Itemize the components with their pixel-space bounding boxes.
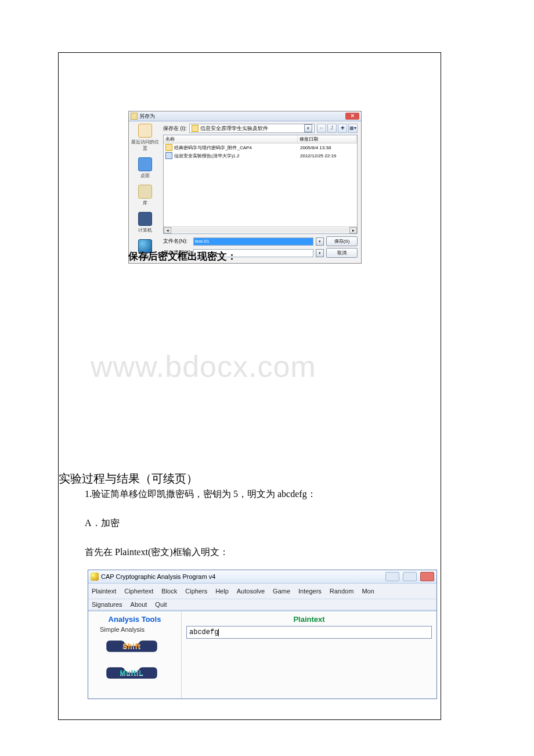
menu-plaintext[interactable]: Plaintext — [92, 588, 116, 595]
list-item[interactable]: 经典密码学与现代密码学_附件_CAP4 2005/8/4 13:38 — [164, 143, 357, 152]
cap-app-icon — [91, 573, 99, 581]
paragraph-1-body: 验证简单移位即凯撒密码，密钥为 5，明文为 abcdefg： — [92, 489, 316, 499]
menu-mon[interactable]: Mon — [362, 588, 374, 595]
close-icon[interactable] — [420, 572, 434, 581]
place-label: 桌面 — [140, 172, 150, 179]
filename-label: 文件名(N): — [163, 237, 191, 245]
file-date: 2012/12/25 22:19 — [300, 153, 355, 159]
computer-icon — [138, 212, 152, 226]
save-in-combo[interactable]: 信息安全原理学生实验及软件 ▾ — [189, 124, 315, 133]
scroll-left-icon[interactable]: ◂ — [164, 227, 171, 233]
p3-d: )框输入明文： — [169, 547, 228, 557]
cap-menu-bar: Plaintext Ciphertext Block Ciphers Help … — [88, 584, 436, 599]
close-icon[interactable]: ✕ — [345, 113, 359, 120]
p3-b: Plaintext( — [115, 547, 151, 557]
menu-about[interactable]: About — [131, 601, 147, 608]
section-title: 实验过程与结果（可续页） — [59, 471, 198, 487]
chevron-down-icon[interactable]: ▾ — [304, 124, 312, 132]
place-label: 最近访问的位置 — [129, 139, 161, 152]
group-simple-analysis: Simple Analysis — [100, 626, 181, 633]
chevron-down-icon[interactable]: ▾ — [316, 249, 324, 257]
dialog-titlebar[interactable]: 另存为 ✕ — [129, 111, 361, 121]
folder-icon — [165, 144, 172, 151]
plaintext-value: abcdefg — [189, 628, 218, 636]
file-name: 信息安全实验报告(清华大学)1.2 — [174, 153, 300, 159]
paragraph-1: 1.验证简单移位即凯撒密码，密钥为 5，明文为 abcdefg： — [85, 488, 316, 501]
place-desktop[interactable]: 桌面 — [138, 157, 152, 179]
place-library[interactable]: 库 — [138, 185, 152, 206]
menu-block[interactable]: Block — [161, 588, 177, 595]
place-label: 计算机 — [138, 227, 152, 233]
menu-integers[interactable]: Integers — [298, 588, 322, 595]
content-frame: 另存为 ✕ 最近访问的位置 桌面 库 — [58, 52, 441, 720]
chevron-down-icon[interactable]: ▾ — [316, 237, 324, 246]
col-name[interactable]: 名称 — [164, 135, 298, 143]
dialog-title: 另存为 — [139, 113, 155, 120]
p3-c: 密文 — [151, 547, 169, 557]
place-computer[interactable]: 计算机 — [138, 212, 152, 233]
plaintext-input[interactable]: abcdefg — [186, 626, 432, 639]
analysis-tools-title: Analysis Tools — [88, 611, 181, 625]
views-icon[interactable]: ▦▾ — [348, 124, 358, 133]
menu-help[interactable]: Help — [215, 588, 229, 595]
paragraph-3: 首先在 Plaintext(密文)框输入明文： — [85, 546, 229, 559]
cap-title-text: CAP Cryptographic Analysis Program v4 — [101, 573, 215, 580]
back-icon[interactable]: ← — [317, 124, 326, 133]
list-header: 名称 修改日期 — [164, 135, 357, 143]
minimize-icon[interactable] — [385, 572, 399, 581]
col-date[interactable]: 修改日期 — [298, 135, 357, 143]
filename-input[interactable]: test-01 — [193, 237, 313, 246]
menu-game[interactable]: Game — [273, 588, 290, 595]
cap-window: CAP Cryptographic Analysis Program v4 Pl… — [88, 570, 437, 699]
list-item[interactable]: 信息安全实验报告(清华大学)1.2 2012/12/25 22:19 — [164, 152, 357, 160]
plaintext-panel: Plaintext abcdefg — [182, 611, 436, 699]
menu-signatures[interactable]: Signatures — [92, 601, 122, 608]
cancel-button[interactable]: 取消 — [326, 248, 358, 258]
watermark: www.bdocx.com — [91, 349, 316, 384]
new-folder-icon[interactable]: ✚ — [338, 124, 347, 133]
place-label: 库 — [143, 200, 147, 206]
scroll-track[interactable] — [171, 228, 349, 233]
h-scrollbar[interactable]: ◂ ▸ — [164, 226, 357, 233]
menu-quit[interactable]: Quit — [155, 601, 167, 608]
menu-autosolve[interactable]: Autosolve — [237, 588, 265, 595]
paragraph-2: A．加密 — [85, 517, 120, 530]
file-name: 经典密码学与现代密码学_附件_CAP4 — [174, 145, 300, 151]
save-in-label: 保存在 (I): — [163, 125, 187, 132]
plaintext-title: Plaintext — [182, 611, 436, 626]
shift-button-label: Shift — [106, 640, 158, 653]
page: 另存为 ✕ 最近访问的位置 桌面 库 — [0, 0, 534, 756]
places-bar: 最近访问的位置 桌面 库 计算机 — [129, 121, 161, 263]
place-recent[interactable]: 最近访问的位置 — [129, 124, 161, 152]
analysis-tools-panel: Analysis Tools Simple Analysis Shift Mul… — [88, 611, 182, 699]
cap-titlebar[interactable]: CAP Cryptographic Analysis Program v4 — [88, 570, 436, 584]
text-cursor — [218, 629, 219, 636]
save-in-value: 信息安全原理学生实验及软件 — [200, 125, 305, 132]
up-icon[interactable]: ⤴ — [327, 124, 337, 133]
file-date: 2005/8/4 13:38 — [300, 145, 355, 150]
p3-a: 首先在 — [85, 547, 115, 557]
recent-icon — [138, 124, 152, 138]
scroll-right-icon[interactable]: ▸ — [349, 227, 357, 233]
caption-after-save: 保存后密文框出现密文： — [128, 250, 237, 263]
file-list[interactable]: 名称 修改日期 经典密码学与现代密码学_附件_CAP4 2005/8/4 13:… — [163, 135, 358, 234]
multil-button[interactable]: MultiL — [106, 667, 158, 679]
list-number: 1. — [85, 489, 92, 499]
shift-button[interactable]: Shift — [106, 640, 158, 653]
multil-button-label: MultiL — [106, 667, 158, 679]
menu-ciphers[interactable]: Ciphers — [185, 588, 207, 595]
document-icon — [165, 152, 172, 159]
save-button[interactable]: 保存(S) — [326, 236, 358, 246]
app-icon — [131, 113, 138, 120]
folder-icon — [192, 125, 199, 132]
menu-ciphertext[interactable]: Ciphertext — [124, 588, 153, 595]
save-as-dialog: 另存为 ✕ 最近访问的位置 桌面 库 — [128, 111, 362, 264]
cap-menu-bar-2: Signatures About Quit — [88, 599, 436, 610]
library-icon — [138, 185, 152, 199]
desktop-icon — [138, 157, 152, 171]
maximize-icon[interactable] — [403, 572, 417, 581]
menu-random[interactable]: Random — [330, 588, 354, 595]
